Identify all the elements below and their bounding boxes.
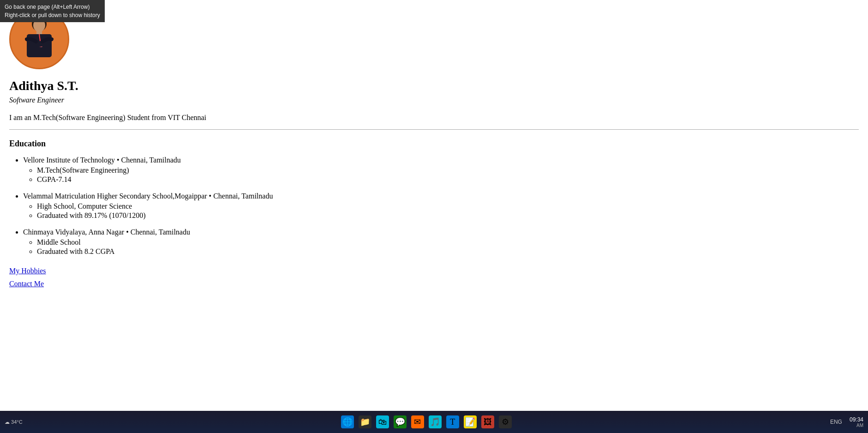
detail-2-0: Middle School (37, 238, 406, 247)
taskbar-icon-media[interactable]: 🎵 (429, 415, 442, 428)
taskbar-icon-notes[interactable]: 📝 (464, 415, 477, 428)
detail-1-1: Graduated with 89.17% (1070/1200) (37, 211, 406, 220)
detail-1-0: High School, Computer Science (37, 202, 406, 210)
taskbar-icon-mail[interactable]: ✉ (411, 415, 424, 428)
education-list: Vellore Institute of Technology • Chenna… (9, 156, 406, 256)
tooltip-line1: Go back one page (Alt+Left Arrow) (5, 3, 100, 11)
education-item-0: Vellore Institute of Technology • Chenna… (23, 156, 406, 184)
institution-location-0: • Chennai, Tamilnadu (117, 156, 181, 164)
taskbar: ☁ 34°C 🌐 📁 🛍 💬 ✉ 🎵 T 📝 🖼 ⚙ ENG 09:34 AM (0, 411, 868, 433)
taskbar-icons: 🌐 📁 🛍 💬 ✉ 🎵 T 📝 🖼 ⚙ (341, 415, 512, 428)
contact-link[interactable]: Contact Me (9, 280, 406, 288)
taskbar-icon-files[interactable]: 📁 (359, 415, 371, 428)
language-badge: ENG (830, 419, 842, 425)
taskbar-icon-store[interactable]: 🛍 (376, 415, 389, 428)
taskbar-icon-browser[interactable]: 🌐 (341, 415, 354, 428)
system-time: 09:34 AM (850, 416, 863, 428)
weather-info: ☁ 34°C (5, 419, 23, 425)
institution-location-2: • Chennai, Tamilnadu (126, 228, 190, 236)
taskbar-left: ☁ 34°C (5, 419, 23, 425)
detail-0-0: M.Tech(Software Engineering) (37, 166, 406, 174)
education-details-2: Middle School Graduated with 8.2 CGPA (23, 238, 406, 256)
svg-rect-3 (36, 30, 42, 34)
education-item-1: Velammal Matriculation Higher Secondary … (23, 192, 406, 220)
education-details-1: High School, Computer Science Graduated … (23, 202, 406, 220)
tooltip-line2: Right-click or pull down to show history (5, 11, 100, 19)
profile-title: Software Engineer (9, 96, 406, 104)
education-details-0: M.Tech(Software Engineering) CGPA-7.14 (23, 166, 406, 184)
education-heading: Education (9, 139, 406, 149)
profile-bio: I am an M.Tech(Software Engineering) Stu… (9, 114, 406, 122)
education-section: Education Vellore Institute of Technolog… (9, 139, 406, 256)
taskbar-icon-chat[interactable]: 💬 (394, 415, 407, 428)
detail-0-1: CGPA-7.14 (37, 175, 406, 184)
links-section: My Hobbies Contact Me (9, 267, 406, 288)
detail-2-1: Graduated with 8.2 CGPA (37, 247, 406, 256)
institution-link-1[interactable]: Velammal Matriculation Higher Secondary … (23, 192, 207, 200)
hobbies-link[interactable]: My Hobbies (9, 267, 406, 275)
main-content: Adithya S.T. Software Engineer I am an M… (0, 0, 415, 311)
institution-location-1: • Chennai, Tamilnadu (209, 192, 273, 200)
browser-tooltip: Go back one page (Alt+Left Arrow) Right-… (0, 0, 105, 22)
taskbar-icon-teams[interactable]: T (446, 415, 459, 428)
education-item-2: Chinmaya Vidyalaya, Anna Nagar • Chennai… (23, 228, 406, 256)
taskbar-icon-photos[interactable]: 🖼 (481, 415, 494, 428)
institution-link-0[interactable]: Vellore Institute of Technology (23, 156, 115, 164)
section-divider (9, 129, 859, 130)
taskbar-right: ENG 09:34 AM (830, 416, 863, 428)
profile-name: Adithya S.T. (9, 78, 406, 93)
institution-link-2[interactable]: Chinmaya Vidyalaya, Anna Nagar (23, 228, 124, 236)
taskbar-icon-settings[interactable]: ⚙ (499, 415, 512, 428)
